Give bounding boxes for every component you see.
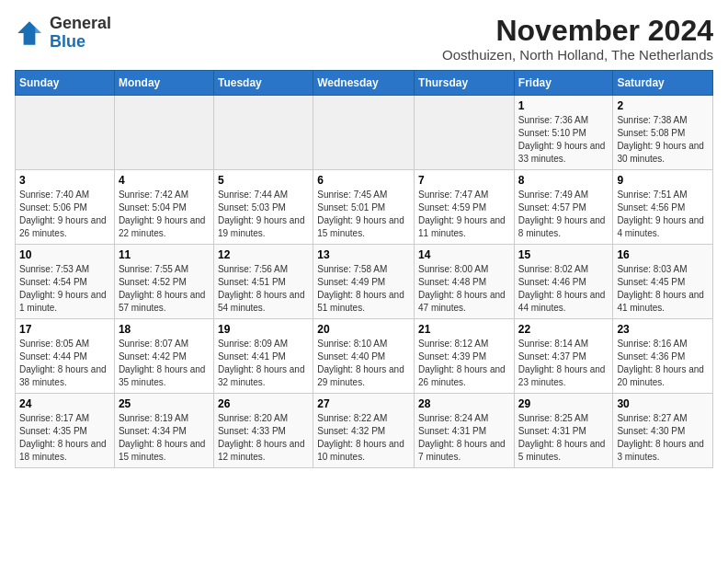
day-info: Sunrise: 7:38 AM Sunset: 5:08 PM Dayligh… [617, 114, 709, 166]
day-info: Sunrise: 8:22 AM Sunset: 4:32 PM Dayligh… [317, 412, 410, 464]
calendar-cell: 20Sunrise: 8:10 AM Sunset: 4:40 PM Dayli… [313, 319, 415, 394]
day-number: 8 [518, 174, 609, 187]
day-info: Sunrise: 8:16 AM Sunset: 4:36 PM Dayligh… [617, 338, 709, 389]
day-number: 2 [617, 99, 709, 112]
calendar-cell: 15Sunrise: 8:02 AM Sunset: 4:46 PM Dayli… [514, 245, 613, 319]
title-block: November 2024 Oosthuizen, North Holland,… [442, 15, 713, 63]
calendar-cell [16, 96, 115, 170]
day-number: 29 [518, 397, 609, 410]
calendar-week-5: 24Sunrise: 8:17 AM Sunset: 4:35 PM Dayli… [16, 394, 713, 468]
day-info: Sunrise: 7:44 AM Sunset: 5:03 PM Dayligh… [218, 189, 309, 240]
calendar-week-2: 3Sunrise: 7:40 AM Sunset: 5:06 PM Daylig… [16, 170, 713, 245]
calendar-cell [213, 96, 313, 170]
header-saturday: Saturday [613, 71, 713, 96]
day-number: 11 [119, 248, 210, 261]
location-subtitle: Oosthuizen, North Holland, The Netherlan… [442, 47, 713, 63]
calendar-cell: 9Sunrise: 7:51 AM Sunset: 4:56 PM Daylig… [613, 170, 713, 245]
header-monday: Monday [114, 71, 213, 96]
day-info: Sunrise: 7:51 AM Sunset: 4:56 PM Dayligh… [617, 189, 709, 240]
calendar-cell: 2Sunrise: 7:38 AM Sunset: 5:08 PM Daylig… [613, 96, 713, 170]
calendar-cell: 1Sunrise: 7:36 AM Sunset: 5:10 PM Daylig… [514, 96, 613, 170]
day-info: Sunrise: 8:05 AM Sunset: 4:44 PM Dayligh… [19, 338, 110, 389]
day-info: Sunrise: 8:20 AM Sunset: 4:33 PM Dayligh… [218, 412, 309, 464]
day-info: Sunrise: 8:24 AM Sunset: 4:31 PM Dayligh… [418, 412, 510, 464]
day-number: 20 [317, 323, 410, 336]
day-info: Sunrise: 7:58 AM Sunset: 4:49 PM Dayligh… [317, 263, 410, 315]
calendar-cell: 22Sunrise: 8:14 AM Sunset: 4:37 PM Dayli… [514, 319, 613, 394]
header-wednesday: Wednesday [313, 71, 415, 96]
day-info: Sunrise: 7:40 AM Sunset: 5:06 PM Dayligh… [19, 189, 110, 240]
calendar-cell: 7Sunrise: 7:47 AM Sunset: 4:59 PM Daylig… [415, 170, 515, 245]
calendar-cell: 5Sunrise: 7:44 AM Sunset: 5:03 PM Daylig… [213, 170, 313, 245]
calendar-cell: 13Sunrise: 7:58 AM Sunset: 4:49 PM Dayli… [313, 245, 415, 319]
logo-icon [15, 18, 44, 48]
day-info: Sunrise: 7:49 AM Sunset: 4:57 PM Dayligh… [518, 189, 609, 240]
day-number: 13 [317, 248, 410, 261]
calendar-cell: 18Sunrise: 8:07 AM Sunset: 4:42 PM Dayli… [114, 319, 213, 394]
day-number: 16 [617, 248, 709, 261]
day-number: 10 [19, 248, 110, 261]
day-info: Sunrise: 8:09 AM Sunset: 4:41 PM Dayligh… [218, 338, 309, 389]
day-info: Sunrise: 8:03 AM Sunset: 4:45 PM Dayligh… [617, 263, 709, 315]
calendar-cell: 21Sunrise: 8:12 AM Sunset: 4:39 PM Dayli… [415, 319, 515, 394]
day-number: 27 [317, 397, 410, 410]
calendar-cell: 27Sunrise: 8:22 AM Sunset: 4:32 PM Dayli… [313, 394, 415, 468]
calendar-cell: 24Sunrise: 8:17 AM Sunset: 4:35 PM Dayli… [16, 394, 115, 468]
day-info: Sunrise: 8:02 AM Sunset: 4:46 PM Dayligh… [518, 263, 609, 315]
day-info: Sunrise: 8:17 AM Sunset: 4:35 PM Dayligh… [19, 412, 110, 464]
day-number: 9 [617, 174, 709, 187]
weekday-header-row: Sunday Monday Tuesday Wednesday Thursday… [16, 71, 713, 96]
logo-general-text: General [50, 14, 111, 32]
day-number: 12 [218, 248, 309, 261]
day-number: 23 [617, 323, 709, 336]
day-number: 24 [19, 397, 110, 410]
day-info: Sunrise: 7:42 AM Sunset: 5:04 PM Dayligh… [119, 189, 210, 240]
header-sunday: Sunday [16, 71, 115, 96]
calendar-cell: 12Sunrise: 7:56 AM Sunset: 4:51 PM Dayli… [213, 245, 313, 319]
calendar-cell: 8Sunrise: 7:49 AM Sunset: 4:57 PM Daylig… [514, 170, 613, 245]
calendar-cell: 25Sunrise: 8:19 AM Sunset: 4:34 PM Dayli… [114, 394, 213, 468]
day-info: Sunrise: 8:07 AM Sunset: 4:42 PM Dayligh… [119, 338, 210, 389]
calendar-cell: 11Sunrise: 7:55 AM Sunset: 4:52 PM Dayli… [114, 245, 213, 319]
calendar-table: Sunday Monday Tuesday Wednesday Thursday… [15, 70, 713, 468]
calendar-header: Sunday Monday Tuesday Wednesday Thursday… [16, 71, 713, 96]
day-info: Sunrise: 8:25 AM Sunset: 4:31 PM Dayligh… [518, 412, 609, 464]
day-number: 5 [218, 174, 309, 187]
month-title: November 2024 [442, 15, 713, 47]
day-number: 22 [518, 323, 609, 336]
calendar-cell: 10Sunrise: 7:53 AM Sunset: 4:54 PM Dayli… [16, 245, 115, 319]
calendar-week-1: 1Sunrise: 7:36 AM Sunset: 5:10 PM Daylig… [16, 96, 713, 170]
day-number: 25 [119, 397, 210, 410]
day-info: Sunrise: 8:12 AM Sunset: 4:39 PM Dayligh… [418, 338, 510, 389]
header-friday: Friday [514, 71, 613, 96]
day-info: Sunrise: 7:45 AM Sunset: 5:01 PM Dayligh… [317, 189, 410, 240]
calendar-week-3: 10Sunrise: 7:53 AM Sunset: 4:54 PM Dayli… [16, 245, 713, 319]
day-number: 18 [119, 323, 210, 336]
day-number: 15 [518, 248, 609, 261]
day-info: Sunrise: 7:36 AM Sunset: 5:10 PM Dayligh… [518, 114, 609, 166]
calendar-cell: 4Sunrise: 7:42 AM Sunset: 5:04 PM Daylig… [114, 170, 213, 245]
logo: General Blue [15, 15, 111, 52]
day-number: 26 [218, 397, 309, 410]
calendar-week-4: 17Sunrise: 8:05 AM Sunset: 4:44 PM Dayli… [16, 319, 713, 394]
day-info: Sunrise: 8:19 AM Sunset: 4:34 PM Dayligh… [119, 412, 210, 464]
header-tuesday: Tuesday [213, 71, 313, 96]
calendar-cell: 17Sunrise: 8:05 AM Sunset: 4:44 PM Dayli… [16, 319, 115, 394]
day-info: Sunrise: 7:56 AM Sunset: 4:51 PM Dayligh… [218, 263, 309, 315]
day-number: 3 [19, 174, 110, 187]
day-info: Sunrise: 8:27 AM Sunset: 4:30 PM Dayligh… [617, 412, 709, 464]
calendar-cell: 14Sunrise: 8:00 AM Sunset: 4:48 PM Dayli… [415, 245, 515, 319]
calendar-cell: 26Sunrise: 8:20 AM Sunset: 4:33 PM Dayli… [213, 394, 313, 468]
day-info: Sunrise: 7:47 AM Sunset: 4:59 PM Dayligh… [418, 189, 510, 240]
day-info: Sunrise: 8:10 AM Sunset: 4:40 PM Dayligh… [317, 338, 410, 389]
calendar-cell: 6Sunrise: 7:45 AM Sunset: 5:01 PM Daylig… [313, 170, 415, 245]
day-info: Sunrise: 7:55 AM Sunset: 4:52 PM Dayligh… [119, 263, 210, 315]
day-number: 21 [418, 323, 510, 336]
day-number: 14 [418, 248, 510, 261]
calendar-cell [415, 96, 515, 170]
header-thursday: Thursday [415, 71, 515, 96]
day-info: Sunrise: 8:14 AM Sunset: 4:37 PM Dayligh… [518, 338, 609, 389]
day-number: 17 [19, 323, 110, 336]
day-number: 19 [218, 323, 309, 336]
logo-blue-text: Blue [50, 32, 85, 51]
